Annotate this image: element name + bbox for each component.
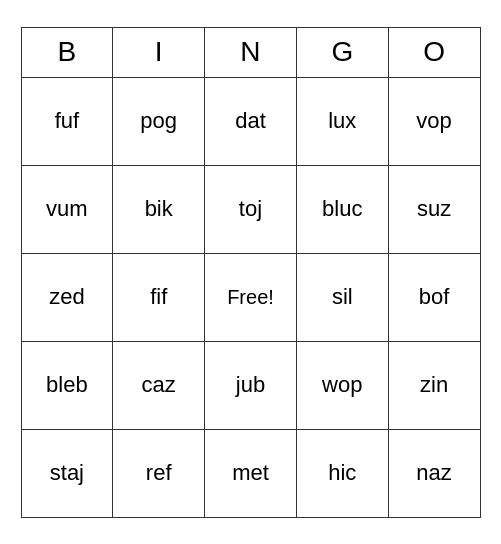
cell-r1-c3: bluc (296, 165, 388, 253)
bingo-card: BINGO fufpogdatluxvopvumbiktojblucsuzzed… (21, 27, 481, 518)
table-row: vumbiktojblucsuz (21, 165, 480, 253)
table-row: fufpogdatluxvop (21, 77, 480, 165)
cell-r0-c1: pog (113, 77, 205, 165)
cell-r2-c3: sil (296, 253, 388, 341)
cell-r1-c2: toj (205, 165, 297, 253)
cell-r1-c4: suz (388, 165, 480, 253)
table-row: zedfifFree!silbof (21, 253, 480, 341)
cell-r3-c2: jub (205, 341, 297, 429)
table-row: blebcazjubwopzin (21, 341, 480, 429)
cell-r0-c2: dat (205, 77, 297, 165)
cell-r1-c1: bik (113, 165, 205, 253)
header-col-n: N (205, 27, 297, 77)
cell-r2-c2: Free! (205, 253, 297, 341)
cell-r4-c2: met (205, 429, 297, 517)
cell-r0-c3: lux (296, 77, 388, 165)
cell-r3-c4: zin (388, 341, 480, 429)
cell-r3-c1: caz (113, 341, 205, 429)
table-row: stajrefmethicnaz (21, 429, 480, 517)
cell-r1-c0: vum (21, 165, 113, 253)
cell-r3-c3: wop (296, 341, 388, 429)
cell-r2-c0: zed (21, 253, 113, 341)
cell-r4-c4: naz (388, 429, 480, 517)
cell-r2-c1: fif (113, 253, 205, 341)
cell-r0-c4: vop (388, 77, 480, 165)
cell-r2-c4: bof (388, 253, 480, 341)
cell-r4-c3: hic (296, 429, 388, 517)
header-col-b: B (21, 27, 113, 77)
header-col-o: O (388, 27, 480, 77)
cell-r3-c0: bleb (21, 341, 113, 429)
cell-r4-c0: staj (21, 429, 113, 517)
cell-r0-c0: fuf (21, 77, 113, 165)
header-col-g: G (296, 27, 388, 77)
header-row: BINGO (21, 27, 480, 77)
header-col-i: I (113, 27, 205, 77)
cell-r4-c1: ref (113, 429, 205, 517)
